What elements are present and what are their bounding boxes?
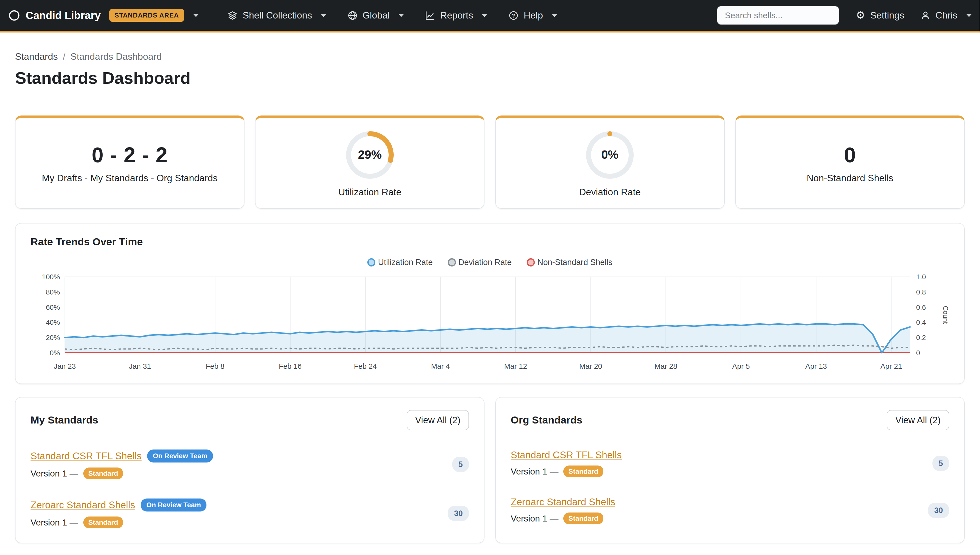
stat-card-utilization: 29% Utilization Rate — [255, 115, 484, 209]
user-menu[interactable]: Chris — [920, 10, 972, 21]
svg-text:?: ? — [512, 13, 515, 19]
legend-dot-icon — [448, 258, 456, 266]
nav-right: ⚙ Settings Chris — [717, 6, 972, 25]
svg-text:Feb 8: Feb 8 — [206, 362, 224, 370]
nonstandard-label: Non-Standard Shells — [807, 173, 893, 183]
legend-item[interactable]: Deviation Rate — [448, 258, 512, 267]
person-icon — [920, 11, 930, 21]
utilization-value: 29% — [358, 148, 381, 161]
org-standards-title: Org Standards — [511, 414, 583, 426]
nav-items: Shell Collections Global Reports ? Help — [227, 10, 557, 21]
deviation-gauge: 0% — [584, 129, 636, 181]
brand[interactable]: Candid Library STANDARDS AREA — [8, 9, 199, 22]
list-item: Zeroarc Standard Shells On Review Team V… — [31, 489, 469, 538]
help-icon: ? — [509, 11, 518, 21]
nav-item-reports[interactable]: Reports — [425, 10, 487, 21]
top-navbar: Candid Library STANDARDS AREA Shell Coll… — [0, 0, 980, 32]
drafts-label: My Drafts - My Standards - Org Standards — [42, 173, 217, 183]
utilization-label: Utilization Rate — [338, 187, 401, 197]
collections-icon — [227, 11, 238, 21]
legend-label: Utilization Rate — [378, 258, 433, 267]
list-item: Standard CSR TFL Shells On Review Team V… — [31, 440, 469, 489]
deviation-label: Deviation Rate — [579, 187, 640, 197]
settings-button[interactable]: ⚙ Settings — [856, 10, 904, 21]
deviation-value: 0% — [601, 148, 619, 161]
svg-text:Feb 16: Feb 16 — [279, 362, 302, 370]
svg-text:Count: Count — [942, 306, 949, 324]
nav-item-label: Reports — [440, 10, 473, 21]
trend-svg: 0%20%40%60%80%100%00.20.40.60.81.0CountJ… — [31, 272, 949, 377]
chevron-down-icon — [482, 14, 487, 17]
org-standards-view-all-button[interactable]: View All (2) — [887, 410, 949, 430]
title-divider — [15, 99, 965, 99]
area-badge[interactable]: STANDARDS AREA — [109, 9, 184, 22]
standard-badge: Standard — [83, 517, 123, 528]
standards-row: My Standards View All (2) Standard CSR T… — [15, 397, 965, 543]
breadcrumb-standards-link[interactable]: Standards — [15, 51, 58, 62]
svg-text:0: 0 — [916, 349, 920, 357]
nav-item-global[interactable]: Global — [348, 10, 404, 21]
standard-badge: Standard — [563, 465, 603, 477]
svg-text:Mar 28: Mar 28 — [655, 362, 677, 370]
svg-text:0.4: 0.4 — [916, 319, 926, 326]
globe-icon — [348, 11, 357, 21]
svg-text:Mar 4: Mar 4 — [431, 362, 450, 370]
search-input[interactable] — [717, 6, 839, 25]
standard-link[interactable]: Zeroarc Standard Shells — [31, 499, 135, 510]
org-standards-header: Org Standards View All (2) — [511, 410, 949, 440]
svg-text:60%: 60% — [46, 303, 60, 311]
nonstandard-value: 0 — [844, 143, 856, 167]
brand-logo-icon — [8, 10, 20, 21]
page-title: Standards Dashboard — [15, 68, 965, 88]
list-item: Zeroarc Standard Shells Version 1 — Stan… — [511, 487, 949, 534]
drafts-value: 0 - 2 - 2 — [92, 143, 168, 167]
svg-text:0%: 0% — [50, 349, 60, 357]
svg-text:Jan 31: Jan 31 — [129, 362, 151, 370]
legend-label: Deviation Rate — [459, 258, 512, 267]
my-standards-view-all-button[interactable]: View All (2) — [407, 410, 469, 430]
svg-text:0.8: 0.8 — [916, 288, 926, 296]
svg-text:1.0: 1.0 — [916, 273, 926, 281]
chevron-down-icon — [193, 14, 199, 17]
stats-row: 0 - 2 - 2 My Drafts - My Standards - Org… — [15, 115, 965, 209]
svg-text:80%: 80% — [46, 288, 60, 296]
stat-card-nonstandard: 0 Non-Standard Shells — [735, 115, 965, 209]
chevron-down-icon — [552, 14, 557, 17]
svg-text:Apr 21: Apr 21 — [880, 362, 902, 370]
chevron-down-icon — [321, 14, 326, 17]
svg-text:Mar 12: Mar 12 — [504, 362, 527, 370]
legend-item[interactable]: Non-Standard Shells — [527, 258, 612, 267]
standard-link[interactable]: Zeroarc Standard Shells — [511, 497, 615, 507]
svg-text:Feb 24: Feb 24 — [354, 362, 377, 370]
count-badge: 30 — [448, 506, 469, 521]
standard-link[interactable]: Standard CSR TFL Shells — [511, 449, 622, 460]
legend-dot-icon — [527, 258, 535, 266]
my-standards-header: My Standards View All (2) — [31, 410, 469, 440]
chart-icon — [425, 11, 435, 21]
breadcrumb-current: Standards Dashboard — [70, 51, 162, 62]
version-label: Version 1 — — [511, 467, 558, 476]
count-badge: 5 — [932, 456, 949, 471]
standard-badge: Standard — [83, 467, 123, 479]
nav-item-label: Shell Collections — [243, 10, 312, 21]
list-item: Standard CSR TFL Shells Version 1 — Stan… — [511, 440, 949, 487]
my-standards-title: My Standards — [31, 414, 98, 426]
svg-text:Apr 5: Apr 5 — [732, 362, 750, 370]
svg-text:0.2: 0.2 — [916, 334, 926, 342]
version-label: Version 1 — — [31, 468, 78, 478]
nav-item-help[interactable]: ? Help — [509, 10, 557, 21]
svg-text:Mar 20: Mar 20 — [579, 362, 602, 370]
standard-link[interactable]: Standard CSR TFL Shells — [31, 451, 142, 462]
user-label: Chris — [935, 10, 957, 21]
nav-item-shell-collections[interactable]: Shell Collections — [227, 10, 326, 21]
legend-item[interactable]: Utilization Rate — [367, 258, 433, 267]
count-badge: 5 — [452, 457, 469, 472]
count-badge: 30 — [928, 503, 949, 518]
stat-card-deviation: 0% Deviation Rate — [495, 115, 725, 209]
chevron-down-icon — [398, 14, 404, 17]
svg-text:Apr 13: Apr 13 — [805, 362, 827, 370]
review-team-badge: On Review Team — [141, 499, 206, 512]
svg-text:20%: 20% — [46, 334, 60, 342]
nav-item-label: Help — [523, 10, 543, 21]
svg-text:Jan 23: Jan 23 — [54, 362, 76, 370]
